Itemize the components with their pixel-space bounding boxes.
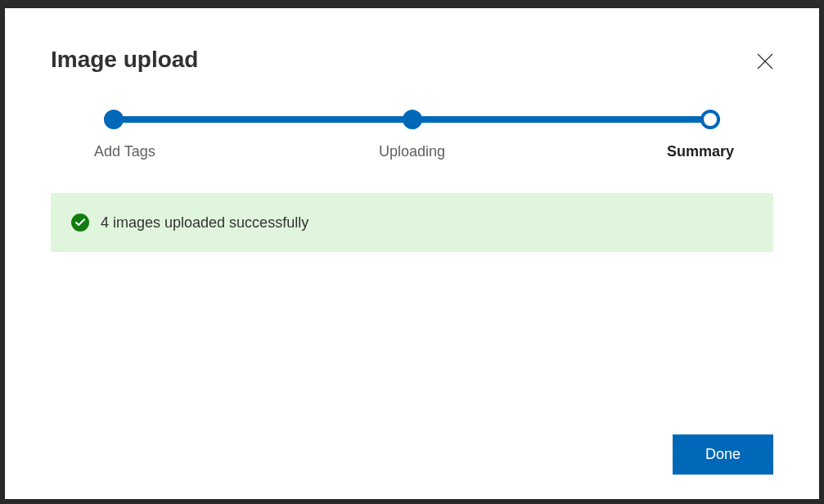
step-node-summary	[700, 110, 720, 129]
modal-footer: Done	[673, 434, 773, 475]
stepper-labels: Add Tags Uploading Summary	[65, 143, 759, 160]
step-label-add-tags: Add Tags	[65, 143, 229, 160]
stepper-nodes	[104, 108, 720, 131]
modal-title: Image upload	[51, 47, 198, 73]
step-node-add-tags	[104, 110, 124, 129]
status-banner-success: 4 images uploaded successfully	[51, 193, 773, 252]
done-button[interactable]: Done	[673, 434, 773, 475]
close-icon	[755, 52, 775, 74]
check-circle-icon	[71, 214, 89, 232]
progress-stepper: Add Tags Uploading Summary	[5, 75, 819, 160]
upload-modal: Image upload Add Tags Uploading Summary	[5, 8, 819, 499]
modal-header: Image upload	[5, 8, 819, 75]
close-button[interactable]	[752, 49, 778, 75]
stepper-track-wrap	[65, 108, 759, 131]
step-label-summary: Summary	[595, 143, 759, 160]
status-message: 4 images uploaded successfully	[101, 214, 308, 232]
step-node-uploading	[403, 110, 422, 129]
step-label-uploading: Uploading	[331, 143, 494, 160]
